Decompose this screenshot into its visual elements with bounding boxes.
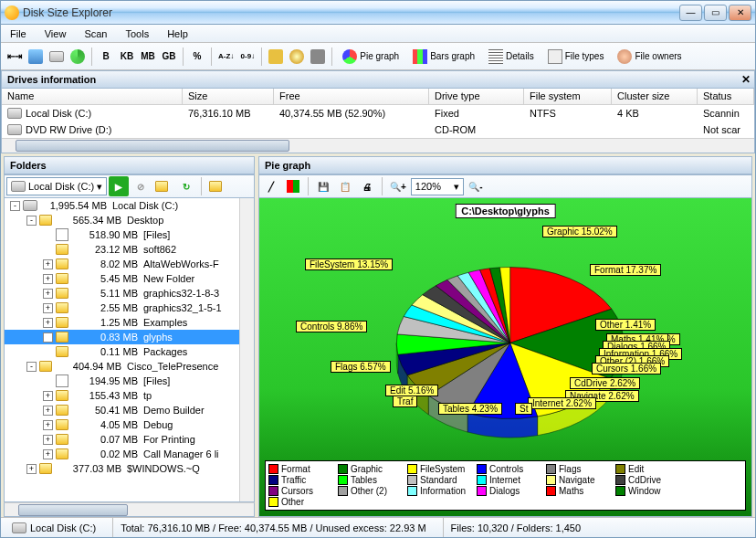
drive-row[interactable]: Local Disk (C:) 76,316.10 MB 40,374.55 M… xyxy=(2,105,754,121)
tree-node[interactable]: +5.11 MBgraphics32-1-8-3 xyxy=(5,286,254,301)
drive-row[interactable]: DVD RW Drive (D:) CD-ROM Not scar xyxy=(2,121,754,138)
tree-node[interactable]: -404.94 MBCisco_TelePresence xyxy=(5,359,254,374)
pie-chart-view[interactable]: C:\Desktop\glyphs Graphic 15.02%Format 1… xyxy=(258,198,752,517)
col-status[interactable]: Status xyxy=(698,89,754,104)
tree-node[interactable]: +0.02 MBCall Manager 6 li xyxy=(5,447,254,461)
filter-button[interactable] xyxy=(287,47,307,67)
menu-help[interactable]: Help xyxy=(163,26,192,41)
go-button[interactable]: ▶ xyxy=(109,176,129,196)
expand-toggle[interactable]: + xyxy=(26,464,37,474)
menu-view[interactable]: View xyxy=(41,26,70,41)
expand-toggle[interactable]: + xyxy=(43,318,53,328)
expand-toggle[interactable]: + xyxy=(43,274,53,284)
tree-node[interactable]: 194.95 MB[Files] xyxy=(5,374,254,388)
options-button[interactable] xyxy=(308,47,328,67)
close-button[interactable]: ✕ xyxy=(729,5,751,21)
rescan-button[interactable]: ↻ xyxy=(176,176,196,196)
expand-toggle[interactable]: + xyxy=(43,420,53,430)
tree-node[interactable]: -1,995.54 MBLocal Disk (C:) xyxy=(5,198,254,213)
percent-button[interactable]: % xyxy=(187,47,207,67)
unit-bytes-button[interactable]: B xyxy=(96,47,116,67)
tree-node[interactable]: +50.41 MBDemo Builder xyxy=(5,403,254,417)
unit-kb-button[interactable]: KB xyxy=(117,47,137,67)
neighborhood-button[interactable] xyxy=(47,47,67,67)
col-cluster[interactable]: Cluster size xyxy=(612,89,698,104)
bars-graph-button[interactable]: Bars graph xyxy=(406,47,481,67)
tree-node[interactable]: -565.34 MBDesktop xyxy=(5,213,254,227)
tree-node[interactable]: +0.83 MBglyphs xyxy=(5,330,254,344)
tree-node[interactable]: 518.90 MB[Files] xyxy=(5,227,254,242)
menu-file[interactable]: File xyxy=(6,26,30,41)
tree-node[interactable]: +4.05 MBDebug xyxy=(5,417,254,432)
tree-node[interactable]: +1.25 MBExamples xyxy=(5,315,254,330)
expand-toggle[interactable]: + xyxy=(43,303,53,313)
zoom-combo[interactable]: 120%▾ xyxy=(411,178,464,195)
tree-vscroll[interactable] xyxy=(239,198,254,501)
tree-node[interactable]: +0.07 MBFor Printing xyxy=(5,432,254,447)
refresh-button[interactable] xyxy=(68,47,88,67)
unit-mb-button[interactable]: MB xyxy=(138,47,158,67)
folder-tree[interactable]: -1,995.54 MBLocal Disk (C:)-565.34 MBDes… xyxy=(4,198,255,502)
chart-bg-button[interactable] xyxy=(283,176,303,196)
file-types-button[interactable]: File types xyxy=(541,47,611,67)
col-fs[interactable]: File system xyxy=(524,89,612,104)
app-window: Disk Size Explorer — ▭ ✕ File View Scan … xyxy=(0,0,756,538)
save-chart-button[interactable]: 💾 xyxy=(313,176,333,196)
pie-slice-label: Flags 6.57% xyxy=(331,361,391,373)
expand-toggle[interactable]: + xyxy=(43,259,53,269)
expand-toggle[interactable]: + xyxy=(43,391,53,401)
legend-item: Other xyxy=(268,497,334,507)
drives-scrollbar[interactable] xyxy=(2,138,754,153)
sort-az-button[interactable]: A-Z↓ xyxy=(215,47,236,67)
col-name[interactable]: Name xyxy=(2,89,183,104)
expand-all-button[interactable]: ⇤⇥ xyxy=(5,47,25,67)
print-chart-button[interactable]: 🖨 xyxy=(357,176,377,196)
drives-grid: Name Size Free Drive type File system Cl… xyxy=(1,89,755,153)
drives-button[interactable] xyxy=(26,47,46,67)
expand-toggle[interactable]: + xyxy=(43,406,53,416)
copy-chart-button[interactable]: 📋 xyxy=(335,176,355,196)
maximize-button[interactable]: ▭ xyxy=(704,5,727,21)
chart-line-button[interactable]: ╱ xyxy=(261,176,281,196)
tree-node[interactable]: +155.43 MBtp xyxy=(5,388,254,403)
expand-toggle[interactable]: - xyxy=(26,362,37,372)
minimize-button[interactable]: — xyxy=(679,5,702,21)
menu-scan[interactable]: Scan xyxy=(80,26,110,41)
details-button[interactable]: Details xyxy=(482,47,541,67)
pie-slice-label: Traf xyxy=(393,396,417,407)
drive-combo[interactable]: Local Disk (C:) ▾ xyxy=(6,177,107,195)
tree-hscroll[interactable] xyxy=(4,502,255,517)
file-owners-button[interactable]: File owners xyxy=(611,47,688,67)
drives-panel-header: Drives information ✕ xyxy=(1,70,755,89)
tree-node[interactable]: +5.45 MBNew Folder xyxy=(5,271,254,286)
pie-slice-label: Edit 5.16% xyxy=(385,385,438,396)
legend-item: Maths xyxy=(546,486,612,496)
drives-panel-close-button[interactable]: ✕ xyxy=(741,73,751,86)
col-size[interactable]: Size xyxy=(183,89,274,104)
tree-node[interactable]: +2.55 MBgraphics32_1-5-1 xyxy=(5,301,254,315)
zoom-out-button[interactable]: 🔍- xyxy=(466,176,486,196)
col-type[interactable]: Drive type xyxy=(429,89,524,104)
expand-toggle[interactable]: + xyxy=(43,449,53,459)
expand-toggle[interactable]: - xyxy=(26,216,37,226)
legend-item: Format xyxy=(268,464,334,474)
expand-toggle[interactable]: - xyxy=(10,201,20,211)
tree-node[interactable]: +377.03 MB$WINDOWS.~Q xyxy=(5,461,254,476)
menu-tools[interactable]: Tools xyxy=(121,26,152,41)
expand-toggle[interactable]: + xyxy=(43,435,53,445)
expand-toggle[interactable]: + xyxy=(43,332,53,343)
tree-node[interactable]: +8.02 MBAltaWebWorks-F xyxy=(5,257,254,271)
expand-toggle[interactable]: + xyxy=(43,289,53,299)
unit-gb-button[interactable]: GB xyxy=(159,47,179,67)
tree-node[interactable]: 0.11 MBPackages xyxy=(5,344,254,359)
export-button[interactable] xyxy=(266,47,286,67)
stop-button[interactable]: ⊘ xyxy=(131,176,151,196)
legend-item: Dialogs xyxy=(477,486,542,496)
zoom-in-button[interactable]: 🔍+ xyxy=(387,176,409,196)
col-free[interactable]: Free xyxy=(274,89,429,104)
open-folder-button[interactable] xyxy=(152,176,174,196)
pie-graph-button[interactable]: Pie graph xyxy=(336,47,405,67)
tree-node[interactable]: 23.12 MBsoft862 xyxy=(5,242,254,257)
up-button[interactable] xyxy=(206,176,228,196)
sort-09-button[interactable]: 0-9↓ xyxy=(237,47,257,67)
